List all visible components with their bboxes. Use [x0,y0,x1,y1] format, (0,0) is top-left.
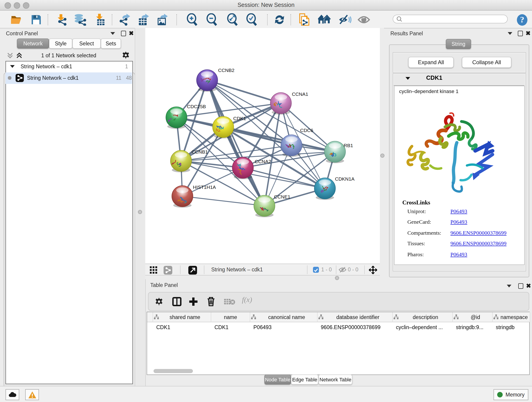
cell-description[interactable]: cyclin–dependent ... [393,323,453,333]
table-gear-icon[interactable] [155,298,163,307]
panel-menu-icon[interactable] [508,32,512,35]
home-button[interactable] [318,14,331,26]
help-button[interactable]: ? [515,14,528,26]
node-CCNE1[interactable]: CCNE1 [254,194,290,217]
import-table-button[interactable] [94,14,107,26]
node-CCNA2[interactable]: CCNA2 [232,157,271,179]
hidden-eye-icon[interactable] [339,266,346,275]
selected-checkbox-icon[interactable] [313,267,319,273]
edge-CCNB2-RB1[interactable] [207,80,335,152]
import-network-from-database-button[interactable] [74,14,87,26]
hide-panels-button[interactable] [339,14,351,26]
panel-float-icon[interactable] [518,283,523,289]
zoom-in-button[interactable] [186,14,199,26]
grid-view-icon[interactable] [150,266,158,276]
zoom-fit-button[interactable] [226,14,239,26]
show-panel-button[interactable] [357,14,370,26]
network-tree[interactable] [6,61,133,384]
column-header-database-identifier[interactable]: database identifier [317,312,393,322]
warning-button[interactable] [25,389,39,400]
open-session-button[interactable] [10,14,23,26]
export-table-button[interactable] [137,14,150,26]
node-CDKN1A[interactable]: CDKN1A [314,176,355,200]
refresh-button[interactable] [273,14,286,26]
node-HIST1H1A[interactable]: HIST1H1A [172,185,216,208]
columns-icon[interactable] [172,297,181,308]
panel-close-icon[interactable]: ✖ [129,31,134,36]
panel-float-icon[interactable] [121,31,126,36]
splitter-handle[interactable] [138,210,142,214]
expand-all-networks-icon[interactable] [16,52,25,59]
tab-node-table[interactable]: Node Table [264,375,291,385]
cell-shared-name[interactable]: CDK1 [153,323,211,333]
zoom-out-button[interactable] [206,14,219,26]
share-view-icon[interactable] [164,266,172,274]
tab-network[interactable]: Network [17,38,49,49]
tab-edge-table[interactable]: Edge Table [291,375,318,385]
clone-network-button[interactable] [298,14,311,26]
cell-name[interactable]: CDK1 [211,323,250,333]
cell-canonical-name[interactable]: P06493 [250,323,317,333]
zoom-selected-icon [246,13,259,26]
move-network-icon[interactable] [369,266,377,276]
crosslink-link[interactable]: P06493 [450,219,467,226]
edge-CDK1-RB1[interactable] [223,127,335,152]
open-external-icon[interactable] [188,266,197,274]
crosslink-link[interactable]: 9606.ENSP00000378699 [450,230,507,236]
network-canvas[interactable]: CCNB2CCNA1CDC25BCDK1CDC6RB1CCNB1CCNA2CDK… [145,28,380,275]
collapse-all-button[interactable]: Collapse All [462,57,511,68]
node-CCNB1[interactable]: CCNB1 [171,149,208,172]
crosslink-link[interactable]: 9606.ENSP00000378699 [450,240,507,247]
import-network-button[interactable] [55,14,67,26]
column-header-name[interactable]: name [211,312,250,322]
save-session-button[interactable] [30,14,43,26]
memory-button[interactable]: Memory [494,389,528,400]
collection-expand-icon[interactable] [10,65,15,68]
panel-float-icon[interactable] [518,31,523,36]
cloud-button[interactable] [6,389,19,400]
cell-database-identifier[interactable]: 9606.ENSP00000378699 [317,323,393,333]
horizontal-scrollbar[interactable] [153,369,193,373]
node-RB1[interactable]: RB1 [324,141,353,163]
node-CDC6[interactable]: CDC6 [281,128,313,157]
panel-menu-icon[interactable] [110,32,115,35]
column-header-shared-name[interactable]: shared name [153,312,211,322]
export-image-button[interactable] [156,14,169,26]
add-column-icon[interactable] [189,297,198,308]
function-builder-icon[interactable]: f(x) [242,296,252,304]
cell-namespace[interactable]: stringdb [493,323,530,333]
results-panel-splitter[interactable] [380,28,384,279]
control-panel-splitter[interactable] [135,28,146,386]
network-row-selected[interactable]: String Network – cdk1 11 48 [6,72,132,84]
column-header-@id[interactable]: @id [453,312,493,322]
node-table[interactable]: shared namenamecanonical namedatabase id… [147,312,530,375]
tab-network-table[interactable]: Network Table [318,375,352,385]
search-input[interactable] [393,15,508,23]
column-header-description[interactable]: description [393,312,453,322]
tab-style[interactable]: Style [49,38,72,49]
panel-menu-icon[interactable] [507,285,511,287]
zoom-selected-button[interactable] [246,14,259,26]
network-collection-row[interactable]: String Network – cdk1 1 [6,61,132,72]
tab-sets[interactable]: Sets [101,38,121,49]
tab-select[interactable]: Select [72,38,101,49]
panel-close-icon[interactable]: ✖ [526,31,531,36]
edge-HIST1H1A-CCNE1[interactable] [182,196,264,206]
clear-table-icon[interactable] [224,298,235,307]
network-graph[interactable]: CCNB2CCNA1CDC25BCDK1CDC6RB1CCNB1CCNA2CDK… [145,28,380,264]
cell-@id[interactable]: stringdb:9... [453,323,493,333]
network-options-gear-icon[interactable] [122,51,130,61]
panel-close-icon[interactable]: ✖ [526,284,531,288]
edge-CCNB2-CCNA1[interactable] [207,80,281,103]
collapse-all-networks-icon[interactable] [6,52,16,59]
crosslink-link[interactable]: P06493 [450,251,467,258]
crosslink-link[interactable]: P06493 [450,208,467,215]
node-CDK1[interactable]: CDK1 [213,116,246,138]
column-header-namespace[interactable]: namespace [493,312,530,322]
delete-column-icon[interactable] [207,297,215,308]
column-header-canonical-name[interactable]: canonical name [250,312,317,322]
gene-collapse-icon[interactable] [405,77,410,80]
expand-all-button[interactable]: Expand All [408,57,454,68]
tab-string[interactable]: String [446,39,471,49]
export-network-button[interactable] [118,14,131,26]
